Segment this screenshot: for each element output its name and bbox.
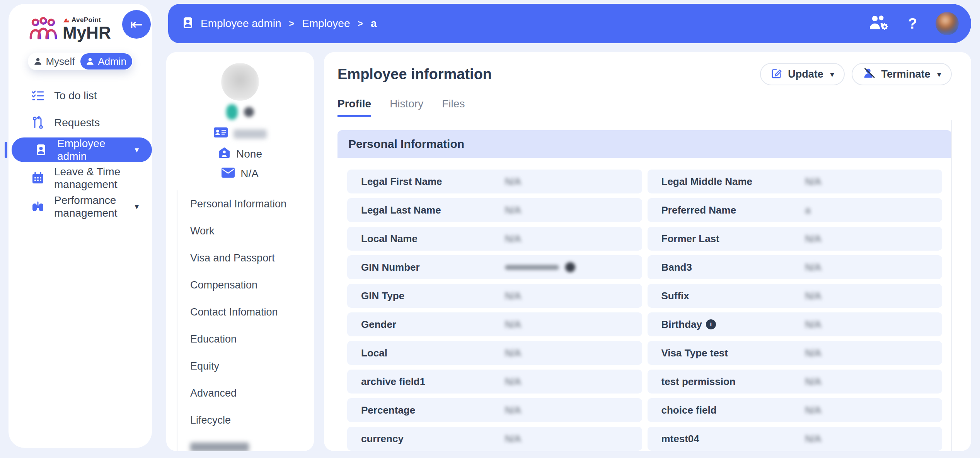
info-icon[interactable]: i: [706, 319, 716, 329]
section-nav-education[interactable]: Education: [190, 326, 314, 353]
toggle-admin[interactable]: Admin: [80, 53, 132, 70]
breadcrumb-employee[interactable]: Employee: [302, 17, 350, 30]
avepoint-logo: AvePoint: [63, 16, 111, 24]
field-value: N/A: [505, 348, 521, 359]
field-label: Legal Last Name: [361, 204, 505, 216]
sidebar-item-requests[interactable]: Requests: [9, 110, 152, 134]
section-nav-compensation[interactable]: Compensation: [190, 271, 314, 299]
employee-org-value: None: [236, 148, 262, 160]
sidebar-item-performance[interactable]: Performance management ▾: [9, 194, 152, 219]
personal-information-grid: Legal First Name N/A Legal Middle Name N…: [347, 170, 942, 451]
sidebar: AvePoint MyHR Myself Admin: [9, 4, 152, 448]
mail-icon: [222, 168, 235, 180]
field-row: mtest04 N/A: [648, 427, 943, 451]
field-row: Former Last N/A: [648, 227, 943, 251]
field-row: Visa Type test N/A: [648, 341, 943, 365]
terminate-button[interactable]: Terminate ▾: [852, 63, 952, 85]
toggle-myself-label: Myself: [46, 56, 75, 68]
user-avatar[interactable]: [936, 12, 959, 35]
field-value: N/A: [805, 262, 821, 273]
tab-profile[interactable]: Profile: [337, 98, 371, 117]
breadcrumb-separator: >: [289, 19, 294, 29]
field-label-text: test permission: [661, 376, 736, 388]
todo-list-icon: [31, 89, 45, 102]
tab-files[interactable]: Files: [442, 98, 465, 117]
sidebar-collapse-button[interactable]: ⇤: [122, 10, 151, 39]
field-value: N/A: [805, 290, 821, 302]
employee-org-row: None: [166, 147, 314, 161]
employee-id-row: [166, 127, 314, 141]
chevron-down-icon[interactable]: ▾: [135, 202, 139, 211]
field-label-text: Birthday: [661, 319, 702, 331]
collapse-icon: ⇤: [130, 16, 143, 33]
field-value: [505, 262, 575, 272]
person-icon: [34, 57, 42, 66]
section-nav-work[interactable]: Work: [190, 217, 314, 244]
section-nav-equity[interactable]: Equity: [190, 353, 314, 380]
status-badge-redacted: [226, 104, 238, 120]
eye-icon[interactable]: [565, 262, 575, 272]
chevron-down-icon[interactable]: ▾: [135, 145, 139, 154]
chevron-down-icon: ▾: [937, 70, 941, 79]
page-title: Employee information: [337, 66, 492, 83]
edit-icon: [771, 67, 782, 81]
sidebar-item-employee-admin[interactable]: Employee admin ▾: [12, 137, 152, 162]
field-label: archive field1: [361, 376, 505, 388]
help-icon[interactable]: ?: [908, 15, 917, 32]
field-value: N/A: [505, 233, 521, 244]
field-label-text: Gender: [361, 319, 396, 331]
section-nav-visa-passport[interactable]: Visa and Passport: [190, 244, 314, 271]
toggle-admin-label: Admin: [98, 56, 126, 68]
calendar-icon: [31, 172, 45, 184]
toggle-myself[interactable]: Myself: [29, 56, 80, 68]
field-label-text: Local: [361, 347, 387, 359]
field-row: Band3 N/A: [648, 255, 943, 279]
field-row: Local N/A: [347, 341, 642, 365]
avepoint-text: AvePoint: [72, 16, 101, 24]
field-value: N/A: [505, 205, 521, 216]
section-nav-advanced[interactable]: Advanced: [190, 380, 314, 407]
sidebar-item-label: Performance management: [54, 194, 125, 219]
tab-history[interactable]: History: [390, 98, 423, 117]
id-card-icon: [214, 127, 228, 141]
tabs: Profile History Files: [337, 98, 952, 117]
section-nav-contact-information[interactable]: Contact Infomation: [190, 299, 314, 326]
field-row: Local Name N/A: [347, 227, 642, 251]
sidebar-item-leave-time[interactable]: Leave & Time management: [9, 165, 152, 191]
breadcrumb-current: a: [371, 17, 377, 30]
product-name: MyHR: [63, 24, 111, 42]
field-label: Birthdayi: [661, 319, 805, 331]
field-label: Former Last: [661, 233, 805, 245]
scroll-divider[interactable]: [951, 120, 952, 451]
employee-information-card: Employee information Update ▾: [324, 52, 971, 451]
terminate-person-icon: [862, 67, 876, 81]
update-button[interactable]: Update ▾: [760, 63, 845, 85]
status-dot-redacted: [244, 107, 254, 117]
breadcrumb-employee-admin[interactable]: Employee admin: [201, 17, 281, 30]
sidebar-item-label: Requests: [54, 116, 100, 129]
name-blur: [190, 443, 249, 451]
field-label: Percentage: [361, 404, 505, 416]
employee-badge-icon: [34, 143, 48, 156]
field-value: N/A: [805, 433, 821, 444]
section-nav-lifecycle[interactable]: Lifecycle: [190, 407, 314, 434]
home-badge-icon: [218, 147, 230, 161]
avepoint-mark-icon: [63, 17, 70, 23]
chevron-down-icon: ▾: [830, 70, 834, 79]
sidebar-item-todo-list[interactable]: To do list: [9, 83, 152, 107]
field-label-text: Suffix: [661, 290, 689, 302]
field-value: N/A: [805, 405, 821, 416]
field-row: currency N/A: [347, 427, 642, 451]
sidebar-nav: To do list Requests: [9, 83, 152, 219]
field-label-text: Legal Middle Name: [661, 176, 753, 188]
employee-email-value: N/A: [240, 168, 259, 180]
user-management-icon[interactable]: [869, 14, 890, 33]
field-label: Legal Middle Name: [661, 176, 805, 188]
section-nav-personal-information[interactable]: Personal Information: [190, 190, 314, 217]
breadcrumb-separator: >: [358, 19, 363, 29]
field-value: N/A: [505, 433, 521, 444]
breadcrumb-badge-icon: [182, 16, 194, 31]
employee-avatar-blurred: [221, 63, 259, 101]
section-header-personal-information: Personal Information: [337, 130, 952, 158]
update-label: Update: [788, 68, 823, 80]
